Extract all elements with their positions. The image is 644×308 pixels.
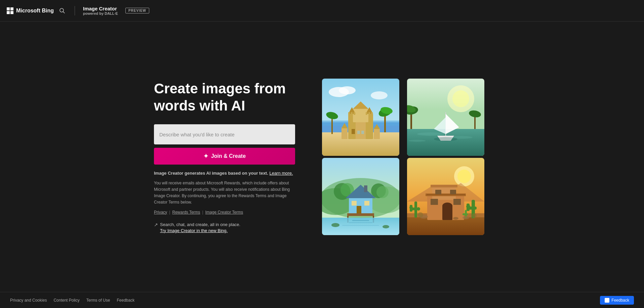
svg-point-104 [462,216,469,219]
powered-by-text: powered by DALL·E [83,11,118,15]
svg-rect-29 [371,112,373,115]
product-name: Image Creator [83,6,118,11]
image-creator-terms-link[interactable]: Image Creator Terms [205,210,243,215]
svg-rect-69 [352,220,369,221]
main-content: Create images from words with AI ✦ Join … [0,21,644,292]
footer-feedback-link[interactable]: Feedback [117,298,134,303]
content-policy-link[interactable]: Content Policy [53,298,79,303]
svg-point-58 [376,186,389,198]
svg-rect-102 [462,213,468,215]
image-house-lake [322,158,399,235]
header-divider [75,6,75,15]
hero-title: Create images from words with AI [154,80,295,114]
svg-rect-61 [364,185,367,192]
svg-point-107 [472,213,477,218]
footer: Privacy and Cookies Content Policy Terms… [0,292,644,308]
svg-rect-17 [353,109,368,122]
bing-name: Microsoft Bing [16,8,54,14]
join-create-button[interactable]: ✦ Join & Create [154,148,295,165]
svg-rect-23 [361,131,364,134]
info-description: You will receive emails about Microsoft … [154,180,295,206]
svg-rect-25 [351,112,353,115]
terms-of-use-link[interactable]: Terms of Use [86,298,110,303]
privacy-cookies-link[interactable]: Privacy and Cookies [10,298,47,303]
svg-rect-32 [374,128,380,139]
svg-rect-71 [342,225,379,226]
svg-point-50 [434,137,457,141]
image-sandcastle [322,79,399,156]
sparkle-icon: ✦ [203,152,208,160]
svg-rect-63 [364,201,369,206]
windows-icon [7,7,13,14]
image-grid [322,79,490,235]
new-bing-section: ↗ Search, chat, and create, all in one p… [154,221,295,233]
learn-more-link[interactable]: Learn more. [269,171,293,176]
terms-links-row: Privacy | Rewards Terms | Image Creator … [154,210,295,215]
feedback-button[interactable]: Feedback [600,296,634,305]
svg-rect-87 [431,199,438,205]
svg-point-43 [417,132,444,136]
svg-rect-28 [368,112,370,115]
svg-rect-22 [357,131,360,134]
svg-rect-26 [354,112,355,115]
image-sailboat [407,79,484,156]
svg-rect-70 [349,222,372,223]
arrow-icon: ↗ [154,222,158,227]
svg-rect-88 [453,199,461,205]
info-main-text: Image Creator generates AI images based … [154,171,268,176]
join-create-label: Join & Create [211,153,246,159]
svg-rect-84 [431,185,457,187]
bing-logo: Microsoft Bing [7,7,54,14]
svg-point-95 [417,207,420,211]
left-panel: Create images from words with AI ✦ Join … [154,80,295,233]
feedback-label: Feedback [611,298,629,303]
svg-point-45 [409,140,426,142]
svg-rect-90 [450,190,456,194]
svg-rect-96 [410,205,412,212]
feedback-icon [605,298,609,303]
info-text: Image Creator generates AI images based … [154,170,295,177]
svg-point-86 [442,203,452,209]
svg-rect-21 [352,129,355,134]
new-bing-promo: Search, chat, and create, all in one pla… [160,222,240,227]
svg-point-76 [457,170,471,183]
svg-rect-89 [435,190,441,194]
search-button[interactable] [58,6,67,15]
svg-rect-65 [347,213,374,216]
svg-point-106 [418,212,423,218]
svg-point-4 [339,86,356,94]
svg-point-72 [331,223,339,227]
svg-rect-62 [352,201,357,206]
try-new-bing-link[interactable]: Try Image Creator in the new Bing. [160,228,240,233]
svg-rect-91 [427,194,465,195]
header-left: Microsoft Bing Image Creator powered by … [7,6,149,15]
rewards-terms-link[interactable]: Rewards Terms [172,210,200,215]
svg-point-36 [452,90,469,107]
prompt-input[interactable] [154,124,295,144]
svg-point-73 [383,225,389,228]
svg-point-105 [453,217,458,220]
svg-rect-27 [366,112,367,115]
svg-rect-30 [341,127,348,139]
svg-line-1 [63,11,65,13]
svg-point-5 [371,91,388,99]
image-desert-house [407,158,484,235]
preview-badge: PREVIEW [125,8,149,13]
header: Microsoft Bing Image Creator powered by … [0,0,644,21]
image-creator-info: Image Creator powered by DALL·E [83,6,118,15]
svg-rect-100 [467,204,470,211]
search-icon [59,8,65,14]
privacy-link[interactable]: Privacy [154,210,167,215]
svg-rect-24 [348,112,350,115]
